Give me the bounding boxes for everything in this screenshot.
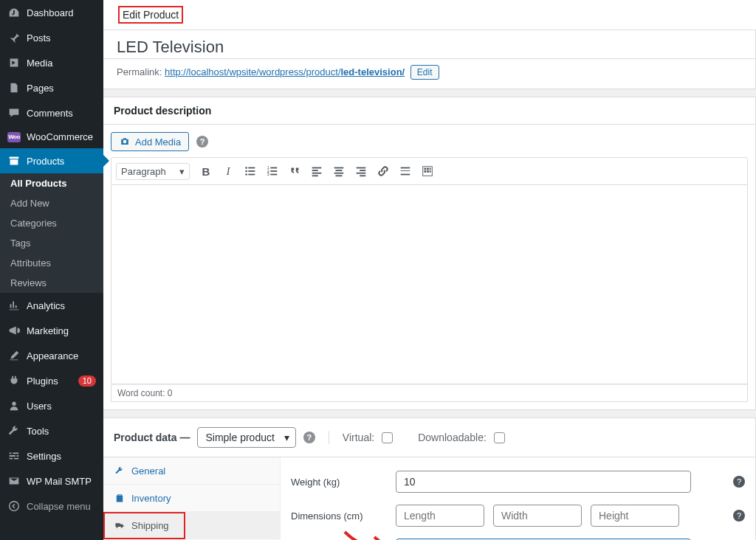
editor-textarea[interactable]	[111, 185, 748, 384]
width-input[interactable]	[493, 505, 582, 527]
menu-settings[interactable]: Settings	[0, 443, 103, 468]
svg-rect-6	[248, 174, 255, 176]
weight-input[interactable]	[396, 471, 691, 493]
products-submenu: All Products Add New Categories Tags Att…	[0, 173, 103, 293]
product-data-panel: Product data — Simple product ▾ ? Virtua…	[103, 418, 756, 540]
align-left-button[interactable]	[306, 161, 327, 181]
help-icon[interactable]: ?	[733, 510, 745, 522]
product-title-input[interactable]: LED Television	[103, 30, 755, 59]
dimensions-label: Dimensions (cm)	[291, 510, 387, 522]
menu-analytics[interactable]: Analytics	[0, 293, 103, 318]
camera-icon	[119, 136, 131, 148]
italic-button[interactable]: I	[218, 161, 238, 181]
help-icon[interactable]: ?	[733, 476, 745, 488]
menu-posts[interactable]: Posts	[0, 25, 103, 50]
permalink-link[interactable]: http://localhost/wpsite/wordpress/produc…	[165, 66, 405, 77]
svg-text:3: 3	[267, 172, 269, 176]
tab-inventory[interactable]: Inventory	[103, 485, 280, 512]
downloadable-checkbox[interactable]	[494, 432, 505, 443]
svg-rect-10	[270, 170, 277, 172]
menu-label: Products	[27, 156, 96, 167]
shipping-class-row: Shipping class Big Package ▾ ?	[291, 533, 745, 540]
wrench-icon	[114, 465, 126, 477]
menu-label: Dashboard	[27, 7, 96, 18]
submenu-categories[interactable]: Categories	[0, 213, 103, 233]
media-toolbar-row: Add Media ?	[103, 125, 755, 151]
chart-icon	[7, 299, 21, 312]
megaphone-icon	[7, 324, 21, 337]
title-card: LED Television Permalink: http://localho…	[103, 30, 756, 89]
format-select[interactable]: Paragraph ▾	[116, 163, 190, 180]
svg-rect-25	[401, 167, 410, 169]
menu-label: Comments	[27, 108, 96, 119]
menu-pages[interactable]: Pages	[0, 75, 103, 100]
edit-slug-button[interactable]: Edit	[410, 65, 439, 80]
svg-rect-14	[312, 170, 318, 171]
product-data-body: General Inventory Shipping	[103, 457, 755, 540]
svg-rect-33	[427, 170, 429, 173]
svg-point-3	[245, 170, 247, 173]
submenu-attributes[interactable]: Attributes	[0, 253, 103, 273]
svg-point-5	[245, 173, 247, 176]
submenu-reviews[interactable]: Reviews	[0, 273, 103, 293]
submenu-all-products[interactable]: All Products	[0, 173, 103, 193]
svg-point-1	[245, 167, 247, 169]
help-icon[interactable]: ?	[303, 432, 315, 443]
read-more-button[interactable]	[395, 161, 416, 181]
page-title: Edit Product	[123, 9, 179, 21]
height-input[interactable]	[591, 505, 679, 527]
tab-general[interactable]: General	[103, 457, 280, 485]
svg-rect-23	[357, 173, 366, 174]
bold-button[interactable]: B	[196, 161, 216, 181]
menu-media[interactable]: Media	[0, 50, 103, 75]
add-media-label: Add Media	[135, 136, 181, 148]
menu-users[interactable]: Users	[0, 393, 103, 418]
virtual-checkbox[interactable]	[382, 432, 393, 443]
help-icon[interactable]: ?	[196, 136, 208, 148]
align-right-button[interactable]	[351, 161, 371, 181]
comment-icon	[7, 106, 21, 120]
edit-product-highlight: Edit Product	[118, 6, 183, 24]
menu-label: Settings	[27, 451, 96, 462]
blockquote-button[interactable]	[284, 161, 305, 181]
menu-plugins[interactable]: Plugins 10	[0, 368, 103, 393]
svg-rect-21	[357, 167, 366, 169]
submenu-add-new[interactable]: Add New	[0, 193, 103, 213]
svg-rect-8	[270, 167, 277, 169]
product-data-tabs: General Inventory Shipping	[103, 457, 281, 540]
svg-point-0	[10, 502, 19, 511]
menu-label: Pages	[27, 83, 96, 94]
bullet-list-button[interactable]	[240, 161, 261, 181]
link-button[interactable]	[373, 161, 394, 181]
menu-products[interactable]: Products	[0, 148, 103, 173]
menu-wp-mail-smtp[interactable]: WP Mail SMTP	[0, 468, 103, 494]
menu-tools[interactable]: Tools	[0, 418, 103, 443]
menu-comments[interactable]: Comments	[0, 100, 103, 125]
add-media-button[interactable]: Add Media	[111, 132, 189, 151]
chevron-down-icon: ▾	[179, 166, 185, 177]
menu-marketing[interactable]: Marketing	[0, 318, 103, 343]
svg-rect-26	[401, 170, 410, 171]
tab-shipping[interactable]: Shipping	[103, 512, 280, 539]
toolbar-toggle-button[interactable]	[417, 161, 438, 181]
svg-rect-12	[270, 174, 277, 176]
submenu-tags[interactable]: Tags	[0, 233, 103, 253]
svg-rect-17	[334, 167, 344, 169]
length-input[interactable]	[396, 505, 484, 527]
product-type-select[interactable]: Simple product ▾	[197, 427, 295, 448]
menu-collapse[interactable]: Collapse menu	[0, 494, 103, 519]
svg-rect-22	[360, 170, 365, 171]
downloadable-label: Downloadable:	[418, 432, 487, 443]
product-data-label: Product data —	[114, 432, 190, 443]
menu-woocommerce[interactable]: Woo WooCommerce	[0, 125, 103, 148]
align-center-button[interactable]	[329, 161, 349, 181]
number-list-button[interactable]: 123	[262, 161, 283, 181]
sliders-icon	[7, 449, 21, 463]
svg-rect-34	[430, 170, 431, 173]
menu-dashboard[interactable]: Dashboard	[0, 0, 103, 25]
menu-label: WooCommerce	[27, 131, 96, 142]
menu-label: Media	[27, 58, 96, 69]
menu-appearance[interactable]: Appearance	[0, 343, 103, 368]
svg-rect-2	[248, 167, 255, 169]
svg-rect-16	[312, 175, 318, 176]
